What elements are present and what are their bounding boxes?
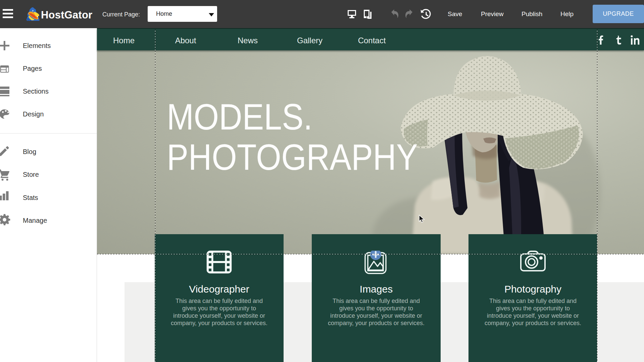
- svg-text:PHOTOGRAPHY: PHOTOGRAPHY: [167, 136, 418, 177]
- svg-text:MODELS.: MODELS.: [167, 96, 312, 137]
